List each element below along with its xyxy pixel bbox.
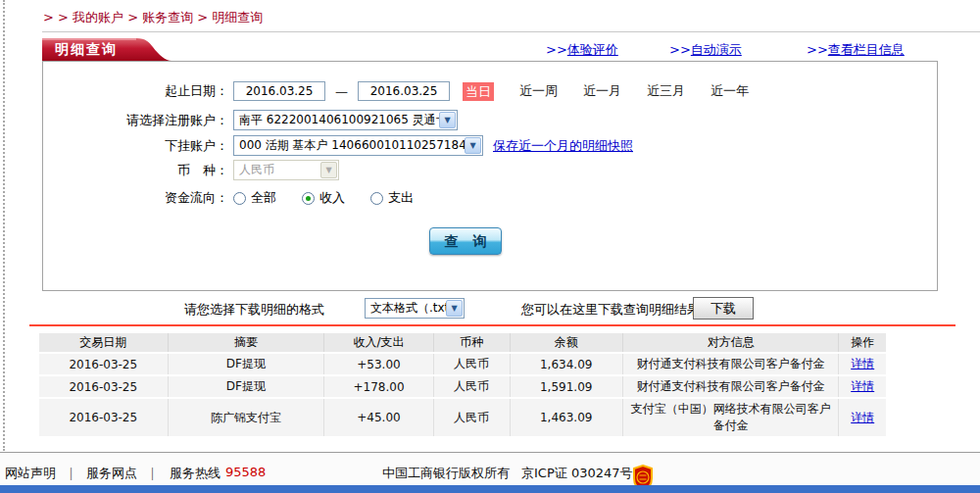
radio-icon[interactable] [370, 192, 383, 205]
flow-option-label: 支出 [388, 189, 414, 207]
cell-summary: DF提现 [169, 376, 325, 397]
transactions-table-wrap: 交易日期 摘要 收入/支出 币种 余额 对方信息 操作 2016-03-25 D… [39, 331, 886, 438]
link-auto-demo[interactable]: >>自动演示 [669, 41, 742, 59]
tab-detail-query[interactable]: 明细查询 [42, 38, 172, 61]
breadcrumb-divider [42, 31, 980, 32]
chevrons-icon: >> [807, 42, 828, 57]
chevron-down-icon: ▼ [320, 162, 337, 178]
range-quarter-button[interactable]: 近三月 [647, 82, 685, 100]
date-range-row: 起止日期： 2016.03.25 — 2016.03.25 当日 近一周 近一月… [43, 81, 937, 101]
query-button[interactable]: 查 询 [429, 227, 502, 255]
sub-account-value: 000 活期 基本户 1406600101102571848 [239, 138, 473, 152]
flow-option-label: 全部 [251, 189, 276, 207]
sub-account-label: 下挂账户： [43, 137, 228, 155]
register-account-value: 南平 6222001406100921065 灵通卡 [239, 113, 448, 126]
col-header-amount: 收入/支出 [324, 333, 433, 352]
cell-summary: 陈广锦支付宝 [169, 399, 325, 436]
breadcrumb: > > 我的账户 > 账务查询 > 明细查询 [43, 9, 263, 26]
chevron-down-icon[interactable]: ▼ [439, 112, 456, 128]
cell-amount: +178.00 [324, 376, 433, 397]
cell-currency: 人民币 [434, 376, 511, 397]
footer-link-site-statement[interactable]: 网站声明 [5, 465, 56, 482]
chevron-down-icon[interactable]: ▼ [446, 300, 463, 317]
query-form-panel: 起止日期： 2016.03.25 — 2016.03.25 当日 近一周 近一月… [42, 61, 938, 291]
date-range-label: 起止日期： [43, 82, 228, 100]
save-snapshot-link[interactable]: 保存近一个月的明细快照 [493, 137, 633, 155]
flow-option-expense[interactable]: 支出 [370, 189, 414, 207]
footer-link-service-branches[interactable]: 服务网点 [86, 465, 137, 482]
cell-amount: +45.00 [324, 399, 433, 436]
col-header-currency: 币种 [434, 333, 511, 352]
download-format-label: 请您选择下载明细的格式 [184, 301, 324, 319]
chevron-down-icon[interactable]: ▼ [465, 137, 481, 154]
table-row: 2016-03-25 DF提现 +53.00 人民币 1,634.09 财付通支… [39, 354, 886, 374]
cell-amount: +53.00 [324, 354, 433, 374]
chevrons-icon: >> [669, 42, 691, 57]
footer-copyright: 中国工商银行版权所有 [382, 465, 510, 482]
currency-label: 币 种： [43, 162, 228, 179]
date-separator: — [335, 84, 348, 99]
left-dotted-border [3, 0, 5, 451]
cell-currency: 人民币 [434, 399, 511, 436]
link-experience-rating[interactable]: >>体验评价 [546, 41, 618, 59]
currency-value: 人民币 [239, 163, 274, 176]
cell-balance: 1,634.09 [511, 354, 623, 374]
flow-option-all[interactable]: 全部 [233, 189, 276, 207]
flow-option-label: 收入 [319, 189, 345, 207]
detail-link[interactable]: 详情 [851, 411, 874, 424]
footer: 网站声明 ｜ 服务网点 ｜ 服务热线 95588 中国工商银行版权所有 京ICP… [0, 452, 980, 485]
footer-separator: ｜ [146, 465, 159, 482]
icbc-detail-query-page: > > 我的账户 > 账务查询 > 明细查询 明细查询 >>体验评价 >>自动演… [0, 0, 980, 493]
col-header-action: 操作 [839, 333, 886, 352]
download-row: 请您选择下载明细的格式 文本格式（.txt） ▼ 您可以在这里下载查询明细结果 … [0, 297, 980, 320]
currency-select: 人民币 ▼ [233, 160, 339, 180]
cell-counterparty: 支付宝（中国）网络技术有限公司客户备付金 [623, 399, 840, 436]
detail-link[interactable]: 详情 [851, 379, 874, 393]
cell-counterparty: 财付通支付科技有限公司客户备付金 [623, 354, 840, 374]
flow-direction-label: 资金流向： [43, 189, 228, 207]
cell-summary: DF提现 [169, 354, 325, 374]
range-today-button[interactable]: 当日 [463, 82, 494, 101]
range-month-button[interactable]: 近一月 [583, 82, 621, 100]
transactions-table: 交易日期 摘要 收入/支出 币种 余额 对方信息 操作 2016-03-25 D… [39, 331, 886, 438]
download-hint: 您可以在这里下载查询明细结果 [521, 301, 700, 319]
currency-row: 币 种： 人民币 ▼ [43, 160, 937, 180]
col-header-counterparty: 对方信息 [623, 333, 840, 352]
radio-icon[interactable] [302, 192, 315, 205]
col-header-date: 交易日期 [39, 333, 169, 352]
footer-hotline-label: 服务热线 [170, 465, 220, 482]
cell-date: 2016-03-25 [39, 354, 169, 374]
footer-bottom-bar [0, 485, 980, 493]
end-date-input[interactable]: 2016.03.25 [358, 81, 450, 101]
range-year-button[interactable]: 近一年 [710, 82, 749, 100]
section-divider-red [29, 324, 956, 326]
footer-separator: ｜ [65, 465, 77, 482]
register-account-select[interactable]: 南平 6222001406100921065 灵通卡 ▼ [233, 110, 458, 130]
radio-icon[interactable] [233, 192, 246, 205]
flow-direction-row: 资金流向： 全部 收入 支出 [43, 189, 937, 207]
detail-link[interactable]: 详情 [851, 357, 874, 370]
register-account-label: 请选择注册账户： [43, 112, 228, 129]
download-format-select[interactable]: 文本格式（.txt） ▼ [365, 298, 465, 319]
register-account-row: 请选择注册账户： 南平 6222001406100921065 灵通卡 ▼ [43, 110, 937, 130]
table-row: 2016-03-25 DF提现 +178.00 人民币 1,591.09 财付通… [39, 376, 886, 397]
sub-account-select[interactable]: 000 活期 基本户 1406600101102571848 ▼ [233, 135, 483, 156]
table-header-row: 交易日期 摘要 收入/支出 币种 余额 对方信息 操作 [39, 333, 886, 352]
cell-balance: 1,463.09 [511, 399, 623, 436]
cell-date: 2016-03-25 [39, 376, 169, 397]
table-row: 2016-03-25 陈广锦支付宝 +45.00 人民币 1,463.09 支付… [39, 399, 886, 436]
col-header-balance: 余额 [511, 333, 623, 352]
download-button[interactable]: 下载 [693, 297, 754, 320]
cell-balance: 1,591.09 [511, 376, 623, 397]
flow-option-income[interactable]: 收入 [302, 189, 345, 207]
footer-hotline-number: 95588 [225, 465, 266, 479]
cell-counterparty: 财付通支付科技有限公司客户备付金 [623, 376, 840, 397]
start-date-input[interactable]: 2016.03.25 [233, 81, 325, 101]
cell-date: 2016-03-25 [39, 399, 169, 436]
link-view-column-info[interactable]: >>查看栏目信息 [807, 41, 905, 59]
footer-icp-number: 京ICP证 030247号 [521, 465, 633, 482]
cell-currency: 人民币 [434, 354, 511, 374]
sub-account-row: 下挂账户： 000 活期 基本户 1406600101102571848 ▼ 保… [43, 135, 937, 156]
range-week-button[interactable]: 近一周 [519, 82, 558, 100]
chevrons-icon: >> [546, 42, 567, 57]
